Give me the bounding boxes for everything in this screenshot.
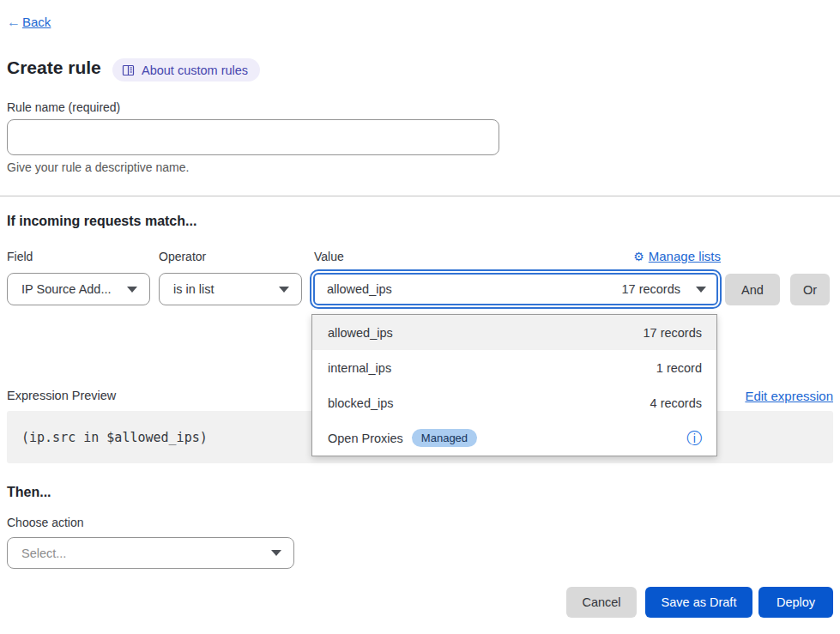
action-select[interactable]: Select... [7, 537, 294, 569]
value-combobox-text: allowed_ips [327, 282, 392, 296]
list-option-name: allowed_ips [328, 326, 393, 340]
operator-select[interactable]: is in list [159, 273, 302, 305]
about-custom-rules-badge[interactable]: About custom rules [112, 58, 260, 82]
chevron-down-icon [271, 550, 281, 556]
value-records-count: 17 records [621, 282, 680, 296]
action-select-placeholder: Select... [21, 546, 66, 560]
list-option-records: 4 records [650, 396, 702, 410]
field-label: Field [7, 250, 33, 263]
list-option-records: 17 records [643, 326, 702, 340]
field-select-value: IP Source Add... [21, 282, 112, 296]
chevron-down-icon [127, 287, 137, 293]
value-label: Value [314, 250, 344, 263]
list-option-open-proxies[interactable]: Open Proxies Managed ⓘ [312, 420, 716, 456]
page-title: Create rule [7, 57, 101, 78]
match-section-heading: If incoming requests match... [7, 214, 196, 229]
save-as-draft-button[interactable]: Save as Draft [645, 587, 752, 618]
operator-select-value: is in list [173, 282, 215, 296]
manage-lists-link[interactable]: ⚙ Manage lists [633, 249, 721, 263]
list-option-name: blocked_ips [328, 396, 394, 410]
rule-name-input[interactable] [7, 119, 499, 155]
manage-lists-label[interactable]: Manage lists [649, 249, 721, 263]
expression-preview-label: Expression Preview [7, 389, 116, 402]
list-option-allowed-ips[interactable]: allowed_ips 17 records [312, 315, 716, 350]
back-arrow-icon: ← [7, 15, 21, 29]
book-icon [122, 64, 135, 76]
about-badge-label: About custom rules [142, 63, 248, 77]
rule-name-label: Rule name (required) [7, 100, 120, 114]
operator-label: Operator [159, 250, 206, 263]
field-select[interactable]: IP Source Add... [7, 273, 150, 305]
list-option-name: internal_ips [328, 361, 391, 375]
list-option-name: Open Proxies [328, 432, 403, 445]
rule-name-helper: Give your rule a descriptive name. [7, 160, 189, 174]
list-option-internal-ips[interactable]: internal_ips 1 record [312, 350, 716, 385]
expression-code: (ip.src in $allowed_ips) [21, 430, 208, 445]
chevron-down-icon [279, 287, 289, 293]
value-listbox: allowed_ips 17 records internal_ips 1 re… [311, 314, 717, 456]
gear-icon: ⚙ [633, 251, 644, 263]
back-link[interactable]: ←Back [7, 15, 51, 30]
value-combobox[interactable]: allowed_ips 17 records [310, 269, 722, 309]
deploy-button[interactable]: Deploy [758, 587, 833, 618]
managed-badge: Managed [412, 429, 477, 447]
back-link-label[interactable]: Back [22, 15, 51, 29]
list-option-records: 1 record [656, 361, 702, 375]
or-button[interactable]: Or [790, 274, 830, 305]
list-option-blocked-ips[interactable]: blocked_ips 4 records [312, 385, 716, 420]
choose-action-label: Choose action [7, 516, 84, 529]
then-section-heading: Then... [7, 485, 51, 500]
create-rule-page: ←Back Create rule About custom rules Rul… [0, 0, 840, 634]
edit-expression-link[interactable]: Edit expression [745, 389, 833, 403]
cancel-button[interactable]: Cancel [566, 587, 637, 618]
value-combobox-inner[interactable]: allowed_ips 17 records [313, 273, 718, 305]
chevron-down-icon [696, 287, 706, 293]
info-icon[interactable]: ⓘ [686, 431, 702, 446]
section-divider [0, 196, 840, 196]
and-button[interactable]: And [725, 274, 780, 305]
